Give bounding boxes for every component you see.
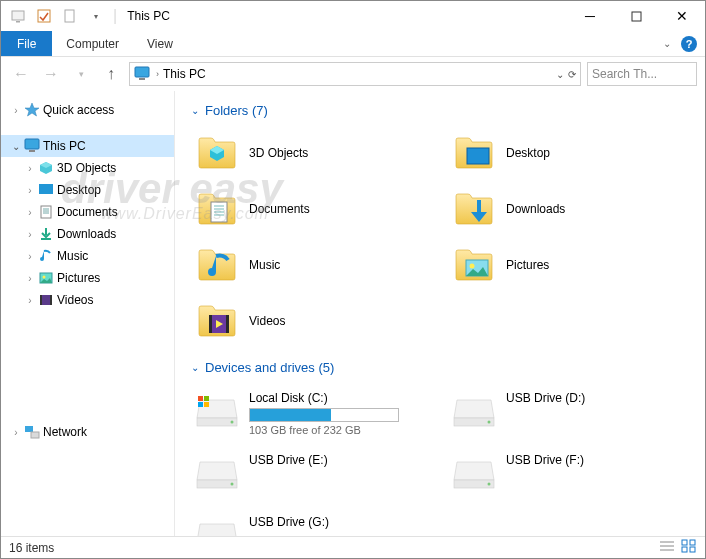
drives-section-header[interactable]: ⌄ Devices and drives (5) (191, 360, 695, 375)
qat-dropdown-icon[interactable]: ▾ (87, 7, 105, 25)
nav-music[interactable]: ›Music (1, 245, 174, 267)
nav-documents[interactable]: ›Documents (1, 201, 174, 223)
address-separator-icon[interactable]: › (156, 69, 159, 79)
nav-label: Downloads (57, 227, 116, 241)
drive-icon (193, 511, 241, 536)
svg-rect-35 (198, 402, 203, 407)
app-icon (9, 7, 27, 25)
drive-usb-g[interactable]: USB Drive (G:) (191, 509, 438, 536)
content-pane: ⌄ Folders (7) 3D Objects Desktop Documen… (175, 91, 705, 536)
network-icon (23, 424, 41, 440)
nav-label: Quick access (43, 103, 114, 117)
chevron-right-icon[interactable]: › (23, 229, 37, 240)
nav-network[interactable]: › Network (1, 421, 174, 443)
chevron-down-icon[interactable]: ⌄ (9, 141, 23, 152)
svg-rect-19 (50, 295, 52, 305)
nav-3d-objects[interactable]: ›3D Objects (1, 157, 174, 179)
drive-usb-e[interactable]: USB Drive (E:) (191, 447, 438, 503)
music-icon (37, 248, 55, 264)
tile-label: Desktop (506, 146, 550, 160)
help-icon[interactable]: ? (681, 36, 697, 52)
chevron-right-icon[interactable]: › (23, 273, 37, 284)
chevron-down-icon[interactable]: ⌄ (191, 362, 199, 373)
pictures-icon (37, 270, 55, 286)
folder-icon (450, 241, 498, 289)
svg-rect-31 (209, 315, 212, 333)
tile-label: Pictures (506, 258, 549, 272)
svg-rect-5 (16, 21, 20, 23)
folder-icon (193, 185, 241, 233)
view-details-icon[interactable] (659, 539, 675, 556)
nav-downloads[interactable]: ›Downloads (1, 223, 174, 245)
chevron-right-icon[interactable]: › (23, 185, 37, 196)
ribbon-expand-icon[interactable]: ⌄ (663, 38, 671, 49)
drive-icon (193, 387, 241, 435)
recent-dropdown-icon[interactable]: ▾ (69, 62, 93, 86)
titlebar: ▾ | This PC ─ ✕ (1, 1, 705, 31)
qat-new-icon[interactable] (61, 7, 79, 25)
svg-point-16 (43, 276, 46, 279)
minimize-button[interactable]: ─ (567, 1, 613, 31)
up-button[interactable]: ↑ (99, 62, 123, 86)
svg-point-29 (470, 264, 475, 269)
folders-section-header[interactable]: ⌄ Folders (7) (191, 103, 695, 118)
drive-icon (193, 449, 241, 497)
item-count: 16 items (9, 541, 54, 555)
refresh-icon[interactable]: ⟳ (568, 69, 576, 80)
documents-icon (37, 204, 55, 220)
drive-label: Local Disk (C:) (249, 391, 399, 405)
chevron-right-icon[interactable]: › (23, 251, 37, 262)
tile-label: Documents (249, 202, 310, 216)
chevron-right-icon[interactable]: › (9, 427, 23, 438)
view-large-icon[interactable] (681, 539, 697, 556)
address-dropdown-icon[interactable]: ⌄ (556, 69, 564, 80)
breadcrumb[interactable]: This PC (163, 67, 206, 81)
chevron-right-icon[interactable]: › (23, 163, 37, 174)
folder-videos[interactable]: Videos (191, 296, 438, 346)
drive-local-c[interactable]: Local Disk (C:) 103 GB free of 232 GB (191, 385, 438, 441)
svg-rect-20 (25, 426, 33, 432)
nav-this-pc[interactable]: ⌄ This PC (1, 135, 174, 157)
svg-rect-40 (682, 540, 687, 545)
svg-rect-4 (12, 11, 24, 20)
folder-downloads[interactable]: Downloads (448, 184, 695, 234)
nav-quick-access[interactable]: › Quick access (1, 99, 174, 121)
folder-music[interactable]: Music (191, 240, 438, 290)
nav-label: Documents (57, 205, 118, 219)
pc-icon (134, 66, 150, 82)
folder-documents[interactable]: Documents (191, 184, 438, 234)
chevron-right-icon[interactable]: › (23, 207, 37, 218)
chevron-right-icon[interactable]: › (23, 295, 37, 306)
svg-rect-10 (41, 206, 51, 218)
forward-button[interactable]: → (39, 62, 63, 86)
svg-rect-6 (38, 10, 50, 22)
downloads-icon (37, 226, 55, 242)
tile-label: Downloads (506, 202, 565, 216)
drive-usb-f[interactable]: USB Drive (F:) (448, 447, 695, 503)
drive-icon (450, 449, 498, 497)
file-tab[interactable]: File (1, 31, 52, 56)
nav-pictures[interactable]: ›Pictures (1, 267, 174, 289)
qat-properties-icon[interactable] (35, 7, 53, 25)
chevron-right-icon[interactable]: › (9, 105, 23, 116)
folder-pictures[interactable]: Pictures (448, 240, 695, 290)
tile-label: Videos (249, 314, 285, 328)
search-input[interactable]: Search Th... (587, 62, 697, 86)
folder-3d-objects[interactable]: 3D Objects (191, 128, 438, 178)
address-bar[interactable]: › This PC ⌄ ⟳ (129, 62, 581, 86)
folder-desktop[interactable]: Desktop (448, 128, 695, 178)
ribbon-tab-view[interactable]: View (133, 31, 187, 56)
back-button[interactable]: ← (9, 62, 33, 86)
nav-videos[interactable]: ›Videos (1, 289, 174, 311)
nav-desktop[interactable]: ›Desktop (1, 179, 174, 201)
drive-usage-bar (249, 408, 399, 422)
nav-label: Videos (57, 293, 93, 307)
maximize-button[interactable] (613, 1, 659, 31)
svg-rect-8 (632, 12, 641, 21)
chevron-down-icon[interactable]: ⌄ (191, 105, 199, 116)
close-button[interactable]: ✕ (659, 1, 705, 31)
drive-label: USB Drive (E:) (249, 453, 328, 467)
ribbon-tab-computer[interactable]: Computer (52, 31, 133, 56)
desktop-icon (37, 182, 55, 198)
drive-usb-d[interactable]: USB Drive (D:) (448, 385, 695, 441)
